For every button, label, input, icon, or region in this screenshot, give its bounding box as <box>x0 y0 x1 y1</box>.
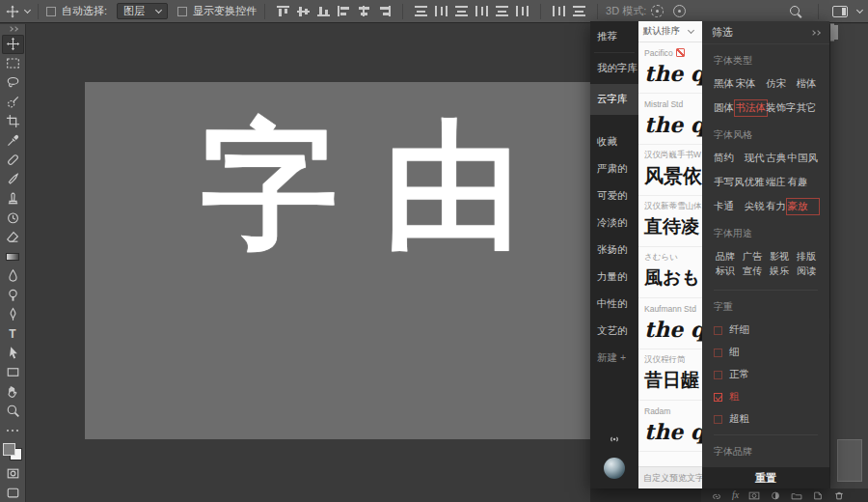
filter-option[interactable]: 古典 <box>766 152 788 165</box>
current-tool-move-icon[interactable] <box>4 3 21 20</box>
more-tools[interactable] <box>2 421 24 440</box>
3d-orbit-icon[interactable] <box>651 5 664 17</box>
spot-healing-brush-tool[interactable] <box>2 151 24 170</box>
font-list-item[interactable]: さむらい 風おも <box>638 247 702 298</box>
new-group-icon[interactable] <box>791 490 802 501</box>
clone-stamp-tool[interactable] <box>2 189 24 209</box>
filter-option[interactable]: 有力 <box>766 200 788 213</box>
font-list-item[interactable]: Kaufmann Std the quic <box>638 298 702 349</box>
filter-option[interactable]: 宋体 <box>736 77 767 91</box>
toolbar-collapse-icon[interactable] <box>9 24 17 35</box>
distribute-right-edges-icon[interactable] <box>516 6 529 16</box>
nav-tag-neutral[interactable]: 中性的 <box>590 291 638 318</box>
checkbox-icon[interactable] <box>714 371 722 379</box>
distribute-spacing-horizontal-icon[interactable] <box>553 6 565 16</box>
nav-tag-serious[interactable]: 严肃的 <box>590 155 638 182</box>
align-horizontal-centers-icon[interactable] <box>358 6 370 16</box>
nav-tag-favorites[interactable]: 收藏 <box>590 128 638 155</box>
gradient-tool[interactable] <box>2 247 24 266</box>
new-layer-icon[interactable] <box>812 490 824 501</box>
font-list-item[interactable]: Pacifico the qui <box>638 42 702 94</box>
filter-option[interactable]: 尖锐 <box>745 200 767 213</box>
nav-tag-cute[interactable]: 可爱的 <box>590 182 638 209</box>
nav-tag-flamboyant[interactable]: 张扬的 <box>590 237 638 264</box>
filter-option[interactable]: 排版阅读 <box>795 250 818 278</box>
rectangular-marquee-tool[interactable] <box>2 54 24 73</box>
filter-option[interactable]: 优雅 <box>745 176 767 189</box>
filter-option-selected[interactable]: 书法体 <box>736 101 767 115</box>
type-tool[interactable]: T <box>2 324 24 344</box>
foreground-color-swatch[interactable] <box>3 443 15 456</box>
3d-rotate-icon[interactable] <box>673 5 686 17</box>
align-right-edges-icon[interactable] <box>378 6 391 16</box>
filter-option[interactable]: 影视娱乐 <box>768 250 791 278</box>
align-bottom-edges-icon[interactable] <box>317 6 330 16</box>
broadcast-icon[interactable] <box>606 432 623 446</box>
eraser-tool[interactable] <box>2 228 24 247</box>
distribute-bottom-edges-icon[interactable] <box>455 6 468 16</box>
filter-option[interactable]: 有趣 <box>788 176 819 189</box>
checkbox-icon[interactable] <box>714 349 722 357</box>
filter-option[interactable]: 手写风 <box>714 176 745 189</box>
font-list-item[interactable]: 汉仪尚巍手书W 风景依 <box>638 145 702 196</box>
delete-layer-icon[interactable] <box>833 490 845 501</box>
crop-tool[interactable] <box>2 112 24 131</box>
screen-mode-toggle[interactable] <box>2 483 24 502</box>
filter-option[interactable]: 现代 <box>745 152 767 165</box>
nav-tab-cloud-fonts[interactable]: 云字库 <box>590 84 638 115</box>
filter-option[interactable]: 中国风 <box>788 152 819 165</box>
reset-button[interactable]: 重置 <box>702 467 829 488</box>
filter-option[interactable]: 卡通 <box>714 200 745 213</box>
weight-option[interactable]: 超粗 <box>714 412 818 426</box>
font-list-item[interactable]: Mistral Std the quick <box>638 94 702 145</box>
filter-option[interactable]: 其它 <box>797 101 819 115</box>
distribute-horizontal-centers-icon[interactable] <box>496 6 508 16</box>
dodge-tool[interactable] <box>2 286 24 305</box>
link-layers-icon[interactable] <box>711 490 722 501</box>
checkbox-icon[interactable] <box>714 415 722 424</box>
layer-effects-icon[interactable]: fx <box>732 490 739 500</box>
adjustment-layer-icon[interactable] <box>770 490 781 501</box>
font-list-item[interactable]: 汉仪新蒂雪山体 直待凌 <box>638 196 702 247</box>
layer-mask-icon[interactable] <box>748 490 760 501</box>
pen-tool[interactable] <box>2 305 24 324</box>
lasso-tool[interactable] <box>2 73 24 93</box>
filter-option[interactable]: 广告宣传 <box>741 250 764 278</box>
filter-option-selected[interactable]: 豪放 <box>788 200 819 213</box>
filter-option[interactable]: 端庄 <box>766 176 788 189</box>
eyedropper-tool[interactable] <box>2 131 24 151</box>
quick-mask-toggle[interactable] <box>2 463 24 483</box>
panel-thumbnail[interactable] <box>837 439 862 482</box>
filter-option[interactable]: 装饰字 <box>766 101 797 115</box>
quick-selection-tool[interactable] <box>2 93 24 112</box>
blur-tool[interactable] <box>2 266 24 286</box>
nav-tab-recommended[interactable]: 推荐 <box>590 21 638 52</box>
weight-option[interactable]: 细 <box>714 346 818 359</box>
weight-option[interactable]: 正常 <box>714 368 818 381</box>
nav-tag-cold[interactable]: 冷淡的 <box>590 209 638 237</box>
checkbox-icon[interactable] <box>714 326 722 335</box>
distribute-spacing-vertical-icon[interactable] <box>573 6 585 16</box>
weight-option-checked[interactable]: 粗 <box>714 390 818 404</box>
weight-option[interactable]: 纤细 <box>714 323 818 337</box>
filter-option[interactable]: 楷体 <box>797 77 819 91</box>
workspace-switcher-icon[interactable] <box>832 6 848 17</box>
hand-tool[interactable] <box>2 382 24 402</box>
zoom-tool[interactable] <box>2 402 24 421</box>
align-left-edges-icon[interactable] <box>338 6 350 16</box>
nav-tag-powerful[interactable]: 力量的 <box>590 264 638 291</box>
checkbox-checked-icon[interactable] <box>714 393 722 402</box>
auto-select-dropdown[interactable]: 图层 <box>117 3 168 19</box>
filter-collapse-icon[interactable] <box>811 31 820 35</box>
path-selection-tool[interactable] <box>2 344 24 363</box>
custom-preview-text-button[interactable]: 自定义预览文字 <box>638 466 702 488</box>
show-transform-checkbox[interactable] <box>177 7 187 16</box>
auto-select-checkbox[interactable] <box>46 7 56 16</box>
move-tool[interactable] <box>2 35 24 54</box>
distribute-top-edges-icon[interactable] <box>415 6 427 16</box>
align-top-edges-icon[interactable] <box>277 6 289 16</box>
nav-tag-artistic[interactable]: 文艺的 <box>590 318 638 345</box>
sort-dropdown[interactable]: 默认排序 <box>638 21 702 42</box>
font-list-item[interactable]: Radam the qu <box>638 401 702 452</box>
filter-option[interactable]: 品牌标识 <box>714 250 737 278</box>
